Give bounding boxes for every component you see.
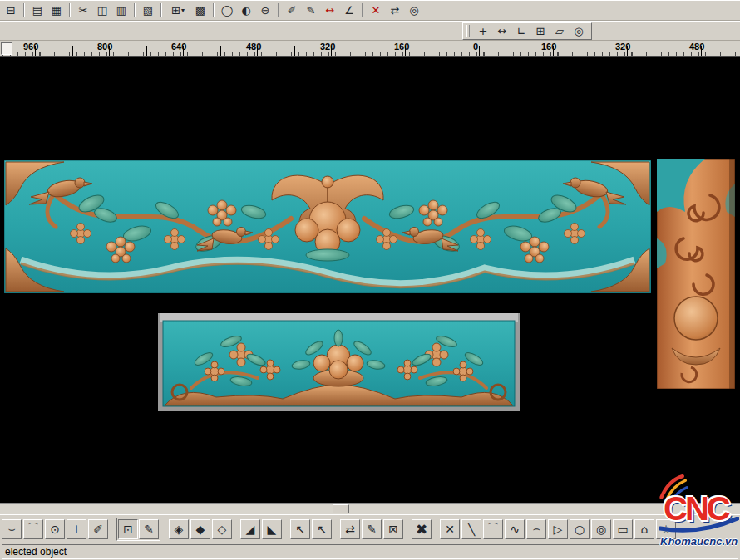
wave-tool-icon[interactable]: ∿ — [505, 519, 525, 539]
ruler-row: 960 800 640 480 320 160 0 160 320 480 — [0, 41, 740, 57]
ruler-label: 800 — [97, 42, 112, 52]
dimension-icon[interactable]: ↔ — [321, 2, 339, 19]
ruler-label: 0 — [473, 42, 478, 52]
ruler-label: 480 — [689, 42, 704, 52]
toolbar-row2: + ↔ ∟ ⊞ ▱ ◎ — [0, 21, 740, 41]
horizontal-scrollbar[interactable] — [0, 503, 740, 514]
node-pen-icon[interactable]: ✎ — [139, 519, 159, 539]
fill-tools-group: ◈ ◆ ◇ — [169, 519, 232, 539]
toolbar-separator — [23, 3, 25, 17]
line-tool-icon[interactable]: ╲ — [461, 519, 481, 539]
ruler-origin-box[interactable] — [1, 42, 12, 55]
ruler-label: 480 — [246, 42, 261, 52]
target-icon[interactable]: ◎ — [405, 2, 423, 19]
mill-a-icon[interactable]: ◢ — [240, 519, 260, 539]
logo-site-text: Khomaucnc.vn — [660, 535, 738, 548]
select-cursor-icon[interactable]: ↖ — [290, 519, 310, 539]
logo-swoosh-icon — [659, 517, 739, 535]
status-cell: elected object — [2, 544, 738, 559]
point-tool-icon[interactable]: ✕ — [440, 519, 460, 539]
diamond-grid-icon[interactable]: ◈ — [169, 519, 189, 539]
cross-icon[interactable]: ✕ — [367, 2, 385, 19]
mill-b-icon[interactable]: ◣ — [262, 519, 282, 539]
table-dropdown-button[interactable]: ⊞▾ — [165, 2, 190, 19]
ruler-label: 160 — [394, 42, 409, 52]
plus-icon[interactable]: + — [474, 23, 492, 40]
array-grid-icon[interactable]: ⊞ — [531, 23, 550, 40]
relief-small-image — [158, 313, 520, 411]
skew-icon[interactable]: ▱ — [550, 23, 569, 40]
open-icon[interactable]: ▤ — [28, 2, 47, 19]
relief-main-image — [4, 160, 651, 293]
delete-group: ✖ — [412, 519, 432, 539]
relief-main-object[interactable] — [4, 160, 651, 293]
view-circle-icon[interactable]: ◎ — [570, 23, 588, 40]
arc2-tool-icon[interactable]: ⌢ — [526, 519, 546, 539]
toolbar-separator — [362, 3, 363, 17]
toolbar-separator — [160, 3, 162, 17]
save-icon[interactable]: ▦ — [47, 2, 66, 19]
node-edit-icon[interactable]: ⊡ — [118, 519, 138, 539]
ruler-label: 960 — [23, 42, 38, 52]
polygon-tool-icon[interactable]: ⌂ — [634, 519, 654, 539]
toolbar-separator — [134, 3, 136, 17]
deselect-cursor-icon[interactable]: ↖ — [312, 519, 332, 539]
status-bar: elected object — [0, 543, 740, 560]
delete-icon[interactable]: ✖ — [412, 519, 432, 539]
copy-icon[interactable]: ◫ — [93, 2, 111, 19]
toolbar-grip[interactable] — [466, 25, 470, 37]
arc-tools-group: ⌣ ⌒ ⊙ ⊥ ✐ — [2, 519, 108, 539]
diamond-fill-icon[interactable]: ◆ — [190, 519, 210, 539]
scrollbar-thumb[interactable] — [333, 504, 349, 513]
circle-tool-icon[interactable]: ○ — [570, 519, 590, 539]
pencil-icon[interactable]: ✎ — [302, 2, 320, 19]
arc-primitive-icon[interactable]: ⌒ — [483, 519, 503, 539]
perpendicular-icon[interactable]: ⊥ — [67, 519, 86, 539]
diamond-outline-icon[interactable]: ◇ — [212, 519, 232, 539]
toolbar-main: ⊟ ▤ ▦ ✂ ◫ ▥ ▧ ⊞▾ ▩ ◯ ◐ ⊖ ✐ ✎ ↔ ∠ ✕ ⇄ ◎ — [0, 1, 740, 21]
paste-icon[interactable]: ▥ — [112, 2, 131, 19]
ellipse-half-icon[interactable]: ◐ — [237, 2, 255, 19]
notebook-icon[interactable]: ▧ — [139, 2, 157, 19]
window-grid-icon[interactable]: ⊟ — [2, 2, 20, 19]
rectangle-tool-icon[interactable]: ▭ — [613, 519, 633, 539]
knife-icon[interactable]: ✐ — [88, 519, 108, 539]
mirror-icon[interactable]: ⇄ — [386, 2, 404, 19]
angle-icon[interactable]: ∠ — [340, 2, 358, 19]
horizontal-ruler[interactable]: 960 800 640 480 320 160 0 160 320 480 — [0, 41, 740, 56]
circle-center-icon[interactable]: ⊙ — [45, 519, 65, 539]
ellipse-tool-icon[interactable]: ◯ — [218, 2, 236, 19]
pen-delete-icon[interactable]: ✎ — [362, 519, 382, 539]
box-delete-icon[interactable]: ⊠ — [383, 519, 403, 539]
triangle-tool-icon[interactable]: ▷ — [548, 519, 568, 539]
status-text: elected object — [5, 546, 67, 558]
design-canvas[interactable] — [0, 57, 740, 503]
dropdown-caret-icon: ▾ — [181, 2, 185, 19]
app-window: ⊟ ▤ ▦ ✂ ◫ ▥ ▧ ⊞▾ ▩ ◯ ◐ ⊖ ✐ ✎ ↔ ∠ ✕ ⇄ ◎ +… — [0, 0, 740, 560]
mill-tools-group: ◢ ◣ — [240, 519, 282, 539]
ruler-label: 320 — [320, 42, 335, 52]
primitive-tools-group: ✕ ╲ ⌒ ∿ ⌢ ▷ ○ ◎ ▭ ⌂ ☆ — [440, 519, 676, 539]
khomaucnc-logo: CNC Khomaucnc.vn — [659, 475, 739, 553]
ellipse-primitive-icon[interactable]: ◎ — [591, 519, 611, 539]
grid-icon[interactable]: ▩ — [191, 2, 210, 19]
arc-tool-icon[interactable]: ⌒ — [23, 519, 43, 539]
horizontal-dimension-icon[interactable]: ↔ — [493, 23, 511, 40]
ruler-label: 640 — [171, 42, 186, 52]
relief-column-object[interactable] — [657, 159, 735, 389]
table-icon: ⊞ — [171, 2, 180, 19]
toolbar-separator — [69, 3, 71, 17]
toolbar-separator — [213, 3, 215, 17]
split-arrows-icon[interactable]: ⇄ — [340, 519, 360, 539]
compass-icon[interactable]: ✐ — [283, 2, 301, 19]
cursor-tools-group: ↖ ↖ — [290, 519, 332, 539]
fillet-icon[interactable]: ⌣ — [2, 519, 22, 539]
relief-small-object[interactable] — [158, 313, 520, 411]
node-tools-group: ⊡ ✎ — [116, 518, 160, 541]
measure-toolbar: + ↔ ∟ ⊞ ▱ ◎ — [462, 22, 592, 40]
corner-snap-icon[interactable]: ∟ — [512, 23, 530, 40]
cylinder-icon[interactable]: ⊖ — [256, 2, 274, 19]
relief-column-image — [657, 159, 735, 389]
cut-icon[interactable]: ✂ — [74, 2, 92, 19]
toolbar-bottom: ⌣ ⌒ ⊙ ⊥ ✐ ⊡ ✎ ◈ ◆ ◇ ◢ ◣ ↖ ↖ ⇄ ✎ ⊠ ✖ — [0, 514, 740, 543]
